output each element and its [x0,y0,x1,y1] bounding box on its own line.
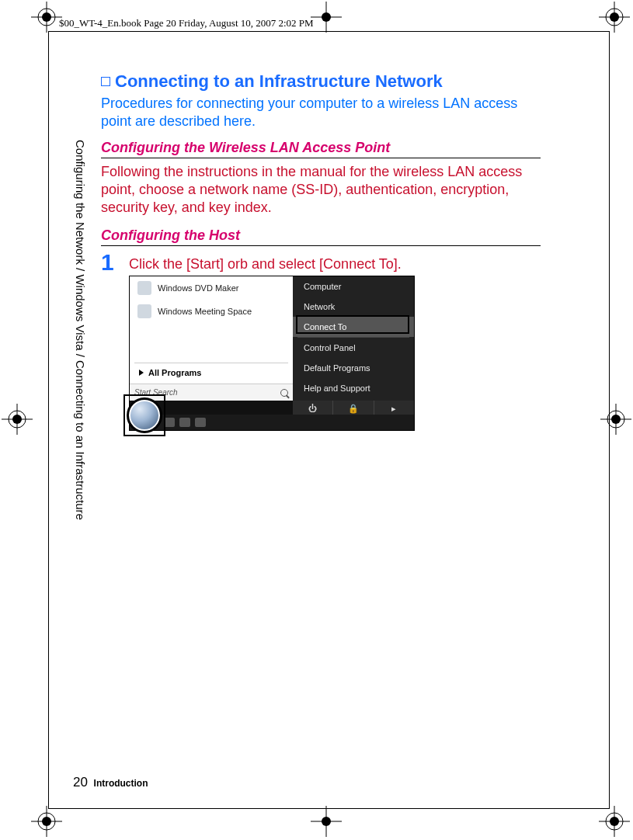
page-footer: 20 Introduction [73,775,148,790]
step-number: 1 [101,251,120,274]
section-body: Following the instructions in the manual… [101,163,541,217]
start-menu-right-pane: Computer Network Connect To Control Pane… [293,276,414,401]
start-menu-item[interactable]: Windows Meeting Space [130,300,293,323]
app-icon [137,304,151,318]
start-menu-item[interactable]: Windows DVD Maker [130,276,293,300]
section-heading: Configuring the Wireless LAN Access Poin… [101,140,541,158]
page-title: Connecting to an Infrastructure Network [101,71,541,92]
start-menu-item-computer[interactable]: Computer [293,276,414,297]
power-bar: ⏻ 🔒 ▸ [293,401,414,416]
screenshot-start-menu: Windows DVD Maker Windows Meeting Space … [129,276,415,431]
page-number: 20 [73,775,88,790]
highlight-box-icon [123,394,165,436]
start-menu-item-network[interactable]: Network [293,297,414,317]
crop-mark-icon [599,2,630,33]
start-menu-item-help[interactable]: Help and Support [293,378,414,398]
triangle-icon [139,370,144,376]
intro-paragraph: Procedures for connecting your computer … [101,95,541,130]
page: $00_WT-4_En.book Page 20 Friday, August … [0,0,633,840]
shutdown-options-button[interactable]: ▸ [374,401,414,416]
crop-mark-icon [31,2,62,33]
power-button[interactable]: ⏻ [293,401,332,416]
all-programs-button[interactable]: All Programs [134,363,288,382]
crop-mark-icon [311,2,342,33]
crop-mark-icon [311,806,342,837]
taskbar-icon[interactable] [164,418,175,427]
taskbar [130,415,414,430]
side-running-head: Configuring the Network / Windows Vista … [73,140,92,559]
step-text: Click the [Start] orb and select [Connec… [129,251,402,274]
search-icon [280,389,288,397]
app-icon [137,281,151,295]
section-heading: Configuring the Host [101,227,541,246]
header-line: $00_WT-4_En.book Page 20 Friday, August … [59,17,314,30]
start-menu-item-default-programs[interactable]: Default Programs [293,358,414,378]
step: 1 Click the [Start] orb and select [Conn… [101,251,541,274]
taskbar-icon[interactable] [195,418,206,427]
start-menu-left-pane: Windows DVD Maker Windows Meeting Space … [130,276,293,401]
crop-mark-icon [599,806,630,837]
crop-mark-icon [31,806,62,837]
crop-mark-icon [2,404,33,435]
footer-section: Introduction [94,778,148,789]
lock-button[interactable]: 🔒 [332,401,373,416]
highlight-box-icon [296,315,409,334]
taskbar-icon[interactable] [179,418,190,427]
start-menu-item-control-panel[interactable]: Control Panel [293,338,414,358]
title-bullet-icon [101,77,110,86]
content-column: Connecting to an Infrastructure Network … [101,71,541,431]
